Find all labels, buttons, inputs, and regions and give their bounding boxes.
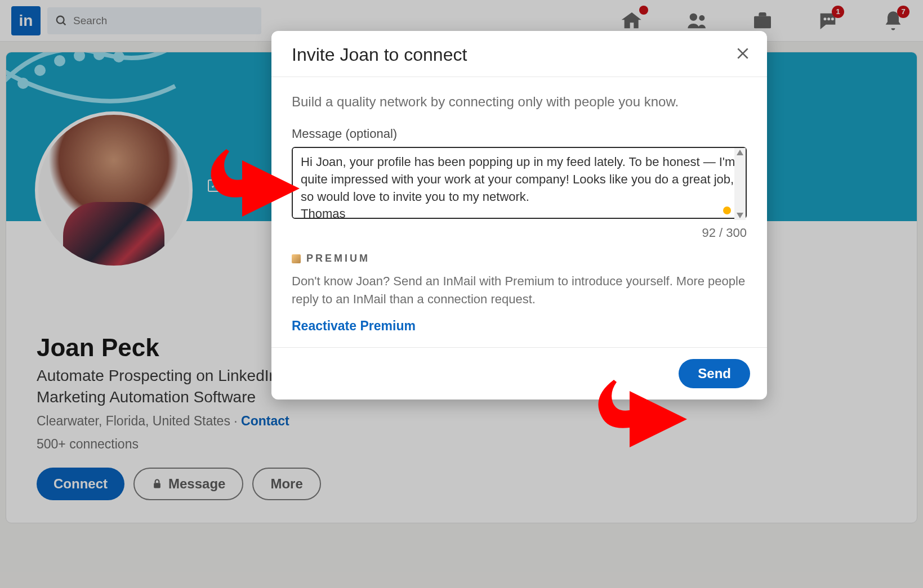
svg-marker-17 [737, 150, 743, 155]
modal-note: Build a quality network by connecting on… [292, 94, 747, 110]
scroll-up-icon [737, 150, 743, 155]
svg-marker-18 [737, 213, 743, 218]
modal-body: Build a quality network by connecting on… [271, 77, 767, 347]
modal-title: Invite Joan to connect [292, 44, 467, 65]
scroll-down-icon [737, 213, 743, 218]
grammar-indicator-icon [723, 207, 731, 214]
message-label: Message (optional) [292, 127, 747, 141]
premium-upsell-text: Don't know Joan? Send an InMail with Pre… [292, 272, 747, 308]
invite-modal: Invite Joan to connect Build a quality n… [271, 31, 767, 400]
modal-footer: Send [271, 347, 767, 400]
reactivate-premium-link[interactable]: Reactivate Premium [292, 318, 416, 334]
message-textarea[interactable] [292, 147, 747, 219]
modal-header: Invite Joan to connect [271, 31, 767, 77]
premium-label: PREMIUM [292, 253, 747, 264]
premium-icon [292, 254, 301, 263]
close-button[interactable] [735, 46, 750, 64]
send-button[interactable]: Send [679, 359, 750, 388]
char-count: 92 / 300 [292, 226, 747, 240]
close-icon [735, 46, 750, 61]
textarea-scrollbar[interactable] [734, 148, 746, 220]
